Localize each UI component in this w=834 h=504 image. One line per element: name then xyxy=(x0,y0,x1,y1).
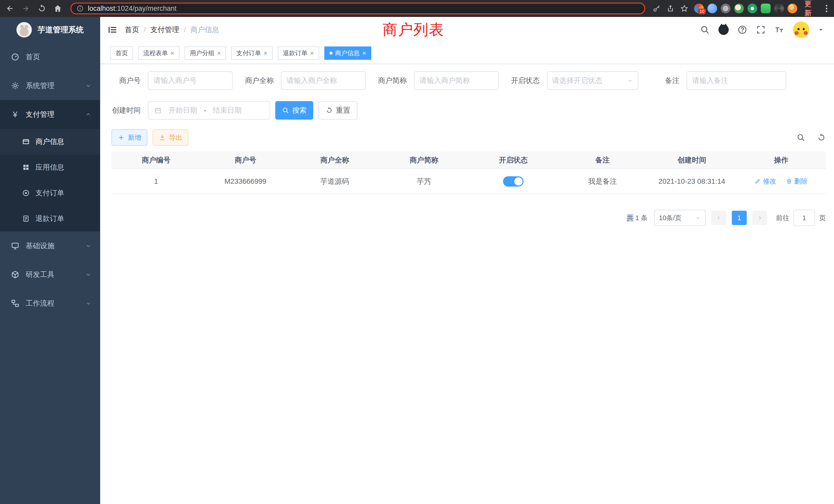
close-icon[interactable]: × xyxy=(171,50,174,56)
dashboard-icon xyxy=(11,53,20,61)
cell-full-name: 芋道源码 xyxy=(290,169,379,194)
remark-input[interactable] xyxy=(687,71,786,90)
merchant-no-input[interactable] xyxy=(148,71,233,90)
user-avatar[interactable] xyxy=(793,22,809,38)
browser-menu-icon[interactable] xyxy=(825,4,828,13)
key-icon[interactable] xyxy=(653,4,661,13)
extension-icon[interactable] xyxy=(734,4,744,13)
bookmark-star-icon[interactable] xyxy=(680,4,688,13)
table-search-icon[interactable] xyxy=(796,133,805,142)
extension-icon[interactable] xyxy=(761,4,771,13)
forward-icon[interactable] xyxy=(22,4,30,13)
table-refresh-icon[interactable] xyxy=(817,133,826,142)
tab-merchant-info[interactable]: 商户信息 × xyxy=(324,46,371,60)
breadcrumb-item[interactable]: 支付管理 xyxy=(151,25,179,35)
cell-remark: 我是备注 xyxy=(558,169,647,194)
sidebar-item-refund-order[interactable]: 退款订单 xyxy=(0,206,100,231)
sidebar-item-devtools[interactable]: 研发工具 xyxy=(0,260,100,289)
close-icon[interactable]: × xyxy=(310,50,314,56)
caret-down-icon[interactable] xyxy=(818,27,824,32)
sidebar-fold-icon[interactable] xyxy=(107,25,117,35)
range-separator: - xyxy=(204,106,206,114)
url-bar[interactable]: localhost:1024/pay/merchant xyxy=(70,3,645,14)
sidebar-item-label: 支付订单 xyxy=(36,188,64,198)
goto-page-input[interactable] xyxy=(793,210,815,226)
sidebar-item-home[interactable]: 首页 xyxy=(0,43,100,71)
end-date-placeholder: 结束日期 xyxy=(213,106,242,115)
share-icon[interactable] xyxy=(666,4,675,13)
add-button-label: 新增 xyxy=(128,133,141,142)
cell-merchant-no: M233666999 xyxy=(201,169,290,194)
back-icon[interactable] xyxy=(6,4,14,13)
tab-user-group[interactable]: 用户分组 × xyxy=(184,46,226,60)
github-icon[interactable] xyxy=(719,25,729,35)
chevron-down-icon xyxy=(85,300,91,306)
sidebar-item-workflow[interactable]: 工作流程 xyxy=(0,289,100,318)
chevron-down-icon xyxy=(627,77,633,84)
home-icon[interactable] xyxy=(53,4,62,13)
cell-id: 1 xyxy=(111,169,201,194)
breadcrumb-separator: / xyxy=(184,26,186,34)
breadcrumb-item[interactable]: 首页 xyxy=(125,25,139,35)
status-select[interactable]: 请选择开启状态 xyxy=(547,71,638,90)
cell-status xyxy=(468,169,558,194)
sidebar-item-pay-order[interactable]: 支付订单 xyxy=(0,180,100,206)
reload-icon[interactable] xyxy=(38,4,46,13)
add-button[interactable]: 新增 xyxy=(111,129,147,146)
start-date-placeholder: 开始日期 xyxy=(169,106,197,115)
sidebar-item-label: 首页 xyxy=(26,52,40,62)
monitor-icon xyxy=(11,242,20,250)
extension-icon[interactable] xyxy=(788,4,797,13)
info-icon[interactable] xyxy=(76,5,84,12)
extension-icon[interactable] xyxy=(774,4,784,13)
page-number-button[interactable]: 1 xyxy=(732,211,747,225)
refresh-icon xyxy=(326,107,333,114)
sidebar-item-payment[interactable]: ¥ 支付管理 xyxy=(0,100,100,129)
chevron-down-icon xyxy=(85,272,91,278)
active-dot xyxy=(329,51,332,55)
sidebar-item-merchant-info[interactable]: 商户信息 xyxy=(0,129,100,155)
table-header-row: 商户编号 商户号 商户全称 商户简称 开启状态 备注 创建时间 操作 xyxy=(111,152,826,169)
close-icon[interactable]: × xyxy=(263,50,267,56)
search-icon[interactable] xyxy=(700,25,710,35)
status-select-placeholder: 请选择开启状态 xyxy=(552,76,602,86)
help-icon[interactable] xyxy=(738,25,747,35)
sidebar-item-infrastructure[interactable]: 基础设施 xyxy=(0,231,100,260)
app-logo[interactable]: 芋道管理系统 xyxy=(0,17,100,43)
tab-pay-order[interactable]: 支付订单 × xyxy=(231,46,272,60)
font-size-icon[interactable] xyxy=(774,25,784,35)
page-size-select[interactable]: 10条/页 xyxy=(654,210,706,226)
extensions-area: 10 xyxy=(694,4,797,13)
date-range-picker[interactable]: 开始日期 - 结束日期 xyxy=(148,101,270,120)
extension-icon[interactable]: 10 xyxy=(694,4,704,13)
tab-home[interactable]: 首页 xyxy=(110,46,133,60)
extension-icon[interactable] xyxy=(721,4,730,13)
browser-update-button[interactable]: 更新 xyxy=(803,0,819,18)
extension-icon[interactable] xyxy=(747,4,757,13)
edit-link-label: 修改 xyxy=(763,177,776,186)
trash-icon xyxy=(786,178,792,184)
sidebar-item-system[interactable]: 系统管理 xyxy=(0,71,100,100)
edit-link[interactable]: 修改 xyxy=(755,177,776,186)
reset-button[interactable]: 重置 xyxy=(319,101,357,120)
extension-icon[interactable] xyxy=(707,4,717,13)
search-button[interactable]: 搜索 xyxy=(275,101,313,120)
delete-link[interactable]: 删除 xyxy=(786,177,808,186)
full-name-input[interactable] xyxy=(281,71,366,90)
next-page-button[interactable] xyxy=(752,211,767,225)
tab-process-form[interactable]: 流程表单 × xyxy=(138,46,179,60)
fullscreen-icon[interactable] xyxy=(756,25,766,35)
close-icon[interactable]: × xyxy=(217,50,221,56)
export-button[interactable]: 导出 xyxy=(153,129,189,146)
sidebar-item-label: 研发工具 xyxy=(26,270,54,279)
status-toggle[interactable] xyxy=(503,176,524,187)
sidebar-item-app-info[interactable]: 应用信息 xyxy=(0,155,100,180)
tab-refund-order[interactable]: 退款订单 × xyxy=(278,46,319,60)
breadcrumb-item-current: 商户信息 xyxy=(191,25,219,35)
close-icon[interactable]: × xyxy=(362,50,366,56)
create-time-label: 创建时间 xyxy=(111,106,141,115)
merchant-no-label: 商户号 xyxy=(111,76,141,86)
prev-page-button[interactable] xyxy=(711,211,726,225)
top-navbar: 首页 / 支付管理 / 商户信息 商户列表 xyxy=(100,17,834,43)
short-name-input[interactable] xyxy=(414,71,499,90)
